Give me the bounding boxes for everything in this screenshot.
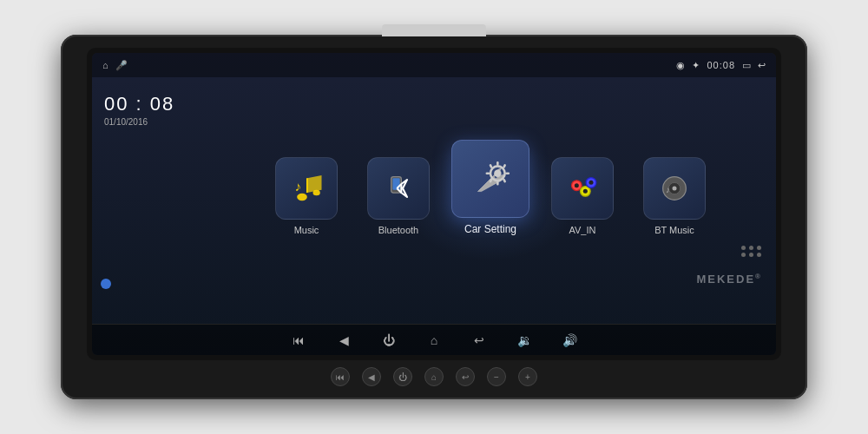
phys-btn-back[interactable]: ↩ bbox=[456, 367, 475, 386]
bluetooth-icon bbox=[381, 171, 416, 206]
car-head-unit: ⌂ 🎤 ◉ ✦ 00:08 ▭ ↩ 00 : 08 01/10/2016 bbox=[61, 35, 807, 399]
date-display: 01/10/2016 bbox=[104, 117, 193, 127]
dot-3 bbox=[757, 246, 761, 250]
bluetooth-label: Bluetooth bbox=[378, 225, 418, 235]
control-bar: ⏮ ◀ ⏻ ⌂ ↩ 🔉 🔊 bbox=[92, 324, 776, 355]
svg-text:♪: ♪ bbox=[666, 185, 670, 194]
main-content: 00 : 08 01/10/2016 bbox=[92, 77, 776, 324]
svg-point-12 bbox=[494, 169, 501, 176]
brand-name: MEKEDE bbox=[696, 273, 755, 286]
phys-btn-1[interactable]: ⏮ bbox=[331, 367, 350, 386]
prev-button[interactable]: ⏮ bbox=[288, 330, 309, 351]
app-item-music[interactable]: ♪ Music bbox=[267, 157, 345, 235]
physical-buttons-row: ⏮ ◀ ⏻ ⌂ ↩ − + bbox=[331, 367, 537, 386]
brand-watermark: MEKEDE® bbox=[696, 273, 762, 286]
avin-label: AV_IN bbox=[569, 225, 596, 235]
return-button[interactable]: ↩ bbox=[469, 330, 490, 351]
app-item-avin[interactable]: AV_IN bbox=[543, 157, 621, 235]
status-clock: 00:08 bbox=[707, 60, 735, 70]
back-status-icon: ↩ bbox=[758, 60, 766, 71]
back-button[interactable]: ◀ bbox=[333, 330, 354, 351]
music-icon-wrapper: ♪ bbox=[275, 157, 338, 220]
main-screen: ⌂ 🎤 ◉ ✦ 00:08 ▭ ↩ 00 : 08 01/10/2016 bbox=[92, 53, 776, 355]
vol-up-button[interactable]: 🔊 bbox=[559, 330, 580, 351]
status-left: ⌂ 🎤 bbox=[102, 60, 128, 71]
app-dots-grid bbox=[741, 246, 762, 257]
music-icon: ♪ bbox=[289, 171, 324, 206]
power-button[interactable]: ⏻ bbox=[378, 330, 399, 351]
status-bar: ⌂ 🎤 ◉ ✦ 00:08 ▭ ↩ bbox=[92, 53, 776, 77]
dot-5 bbox=[749, 253, 753, 257]
dot-1 bbox=[741, 246, 746, 250]
carsetting-label: Car Setting bbox=[464, 223, 516, 235]
screen-frame: ⌂ 🎤 ◉ ✦ 00:08 ▭ ↩ 00 : 08 01/10/2016 bbox=[87, 48, 781, 360]
phys-btn-power[interactable]: ⏻ bbox=[393, 367, 412, 386]
btmusic-icon-wrapper: ♪ bbox=[643, 157, 706, 220]
location-status-icon: ◉ bbox=[676, 60, 685, 71]
svg-point-19 bbox=[589, 180, 594, 184]
app-item-btmusic[interactable]: ♪ BT Music bbox=[635, 157, 713, 235]
app-grid: ♪ Music bbox=[267, 140, 713, 235]
home-button[interactable]: ⌂ bbox=[424, 330, 444, 351]
svg-text:♪: ♪ bbox=[295, 179, 302, 194]
clock-display: 00 : 08 bbox=[104, 93, 193, 115]
music-label: Music bbox=[294, 225, 319, 235]
svg-point-23 bbox=[673, 186, 677, 190]
status-right: ◉ ✦ 00:08 ▭ ↩ bbox=[676, 60, 766, 71]
btmusic-icon: ♪ bbox=[657, 171, 692, 206]
bluetooth-status-icon: ✦ bbox=[692, 60, 700, 71]
app-grid-container: ♪ Music bbox=[205, 77, 776, 324]
btmusic-label: BT Music bbox=[654, 225, 694, 235]
avin-icon bbox=[565, 171, 600, 206]
phys-btn-home[interactable]: ⌂ bbox=[424, 367, 444, 386]
app-item-bluetooth[interactable]: Bluetooth bbox=[359, 157, 437, 235]
window-status-icon: ▭ bbox=[742, 60, 751, 71]
bluetooth-icon-wrapper bbox=[367, 157, 430, 220]
avin-icon-wrapper bbox=[551, 157, 614, 220]
vol-down-button[interactable]: 🔉 bbox=[514, 330, 535, 351]
svg-point-15 bbox=[575, 183, 579, 187]
svg-point-17 bbox=[583, 188, 588, 193]
dot-2 bbox=[749, 246, 753, 250]
home-status-icon: ⌂ bbox=[102, 60, 108, 70]
carsetting-icon-wrapper bbox=[451, 140, 529, 218]
phys-btn-vol-up[interactable]: + bbox=[518, 367, 537, 386]
dots-indicator bbox=[205, 246, 776, 262]
app-item-carsetting[interactable]: Car Setting bbox=[451, 140, 529, 235]
phys-btn-2[interactable]: ◀ bbox=[362, 367, 381, 386]
phys-btn-vol-down[interactable]: − bbox=[487, 367, 506, 386]
blue-indicator-dot bbox=[101, 279, 111, 289]
svg-point-1 bbox=[297, 193, 307, 200]
dot-6 bbox=[757, 253, 761, 257]
dot-4 bbox=[741, 253, 746, 257]
carsetting-icon bbox=[469, 157, 512, 201]
mic-status-icon: 🎤 bbox=[115, 60, 128, 71]
brand-registered: ® bbox=[755, 273, 762, 280]
svg-rect-7 bbox=[392, 178, 399, 189]
